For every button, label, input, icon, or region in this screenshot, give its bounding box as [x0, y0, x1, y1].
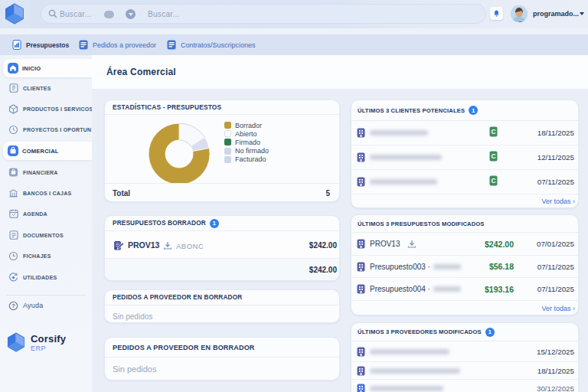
svg-text:C: C	[491, 128, 495, 136]
svg-text:C: C	[491, 177, 495, 185]
svg-text:C: C	[491, 152, 495, 160]
svg-text:?: ?	[11, 302, 15, 309]
